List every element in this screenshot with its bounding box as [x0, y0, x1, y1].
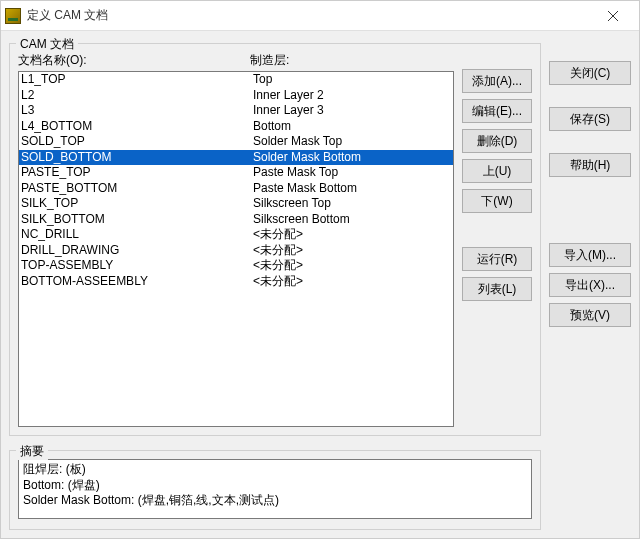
row-name: NC_DRILL	[21, 227, 253, 243]
spacer	[462, 219, 532, 241]
row-layer: Paste Mask Bottom	[253, 181, 453, 197]
document-list[interactable]: L1_TOPTopL2Inner Layer 2L3Inner Layer 3L…	[18, 71, 454, 427]
row-layer: <未分配>	[253, 274, 453, 290]
table-row[interactable]: SOLD_BOTTOMSolder Mask Bottom	[19, 150, 453, 166]
header-doc-name: 文档名称(O):	[18, 52, 250, 69]
row-name: PASTE_TOP	[21, 165, 253, 181]
table-row[interactable]: PASTE_TOPPaste Mask Top	[19, 165, 453, 181]
export-button[interactable]: 导出(X)...	[549, 273, 631, 297]
down-button[interactable]: 下(W)	[462, 189, 532, 213]
header-layer: 制造层:	[250, 52, 454, 69]
table-row[interactable]: PASTE_BOTTOMPaste Mask Bottom	[19, 181, 453, 197]
summary-text: 阻焊层: (板) Bottom: (焊盘) Solder Mask Bottom…	[18, 459, 532, 519]
table-row[interactable]: BOTTOM-ASSEEMBLY<未分配>	[19, 274, 453, 290]
row-layer: Paste Mask Top	[253, 165, 453, 181]
column-headers: 文档名称(O): 制造层:	[18, 52, 454, 69]
cam-group-title: CAM 文档	[16, 36, 78, 53]
row-name: BOTTOM-ASSEEMBLY	[21, 274, 253, 290]
row-name: PASTE_BOTTOM	[21, 181, 253, 197]
row-layer: Silkscreen Top	[253, 196, 453, 212]
app-icon	[5, 8, 21, 24]
row-name: SILK_TOP	[21, 196, 253, 212]
close-icon	[608, 11, 618, 21]
window-title: 定义 CAM 文档	[27, 7, 591, 24]
row-name: DRILL_DRAWING	[21, 243, 253, 259]
list-button[interactable]: 列表(L)	[462, 277, 532, 301]
summary-group-title: 摘要	[16, 443, 48, 460]
spacer	[549, 91, 631, 101]
import-button[interactable]: 导入(M)...	[549, 243, 631, 267]
table-row[interactable]: L2Inner Layer 2	[19, 88, 453, 104]
right-buttons: 关闭(C) 保存(S) 帮助(H) 导入(M)... 导出(X)... 预览(V…	[549, 37, 631, 530]
center-column: CAM 文档 文档名称(O): 制造层: L1_TOPTopL2Inner La…	[9, 37, 541, 530]
table-row[interactable]: L3Inner Layer 3	[19, 103, 453, 119]
table-row[interactable]: DRILL_DRAWING<未分配>	[19, 243, 453, 259]
cam-inner: 文档名称(O): 制造层: L1_TOPTopL2Inner Layer 2L3…	[18, 52, 532, 427]
row-layer: Solder Mask Top	[253, 134, 453, 150]
preview-button[interactable]: 预览(V)	[549, 303, 631, 327]
row-name: L1_TOP	[21, 72, 253, 88]
table-row[interactable]: NC_DRILL<未分配>	[19, 227, 453, 243]
spacer	[549, 183, 631, 237]
row-layer: <未分配>	[253, 243, 453, 259]
up-button[interactable]: 上(U)	[462, 159, 532, 183]
list-buttons: 添加(A)... 编辑(E)... 删除(D) 上(U) 下(W) 运行(R) …	[462, 52, 532, 427]
edit-button[interactable]: 编辑(E)...	[462, 99, 532, 123]
row-layer: Top	[253, 72, 453, 88]
help-button[interactable]: 帮助(H)	[549, 153, 631, 177]
close-button[interactable]: 关闭(C)	[549, 61, 631, 85]
delete-button[interactable]: 删除(D)	[462, 129, 532, 153]
row-layer: Inner Layer 3	[253, 103, 453, 119]
row-layer: Solder Mask Bottom	[253, 150, 453, 166]
cam-group: CAM 文档 文档名称(O): 制造层: L1_TOPTopL2Inner La…	[9, 43, 541, 436]
row-layer: Inner Layer 2	[253, 88, 453, 104]
spacer	[549, 137, 631, 147]
table-row[interactable]: L1_TOPTop	[19, 72, 453, 88]
window-close-button[interactable]	[591, 2, 635, 30]
table-row[interactable]: SILK_TOPSilkscreen Top	[19, 196, 453, 212]
row-name: SOLD_TOP	[21, 134, 253, 150]
table-row[interactable]: SOLD_TOPSolder Mask Top	[19, 134, 453, 150]
titlebar: 定义 CAM 文档	[1, 1, 639, 31]
row-layer: <未分配>	[253, 227, 453, 243]
row-name: TOP-ASSEMBLY	[21, 258, 253, 274]
run-button[interactable]: 运行(R)	[462, 247, 532, 271]
row-name: L3	[21, 103, 253, 119]
save-button[interactable]: 保存(S)	[549, 107, 631, 131]
row-layer: Silkscreen Bottom	[253, 212, 453, 228]
row-name: SOLD_BOTTOM	[21, 150, 253, 166]
window: 定义 CAM 文档 CAM 文档 文档名称(O): 制造层: L1_TOPTop…	[0, 0, 640, 539]
row-layer: Bottom	[253, 119, 453, 135]
table-row[interactable]: SILK_BOTTOMSilkscreen Bottom	[19, 212, 453, 228]
summary-group: 摘要 阻焊层: (板) Bottom: (焊盘) Solder Mask Bot…	[9, 450, 541, 530]
client-area: CAM 文档 文档名称(O): 制造层: L1_TOPTopL2Inner La…	[1, 31, 639, 538]
list-area: 文档名称(O): 制造层: L1_TOPTopL2Inner Layer 2L3…	[18, 52, 454, 427]
row-name: L4_BOTTOM	[21, 119, 253, 135]
row-name: SILK_BOTTOM	[21, 212, 253, 228]
row-layer: <未分配>	[253, 258, 453, 274]
add-button[interactable]: 添加(A)...	[462, 69, 532, 93]
row-name: L2	[21, 88, 253, 104]
table-row[interactable]: L4_BOTTOMBottom	[19, 119, 453, 135]
table-row[interactable]: TOP-ASSEMBLY<未分配>	[19, 258, 453, 274]
